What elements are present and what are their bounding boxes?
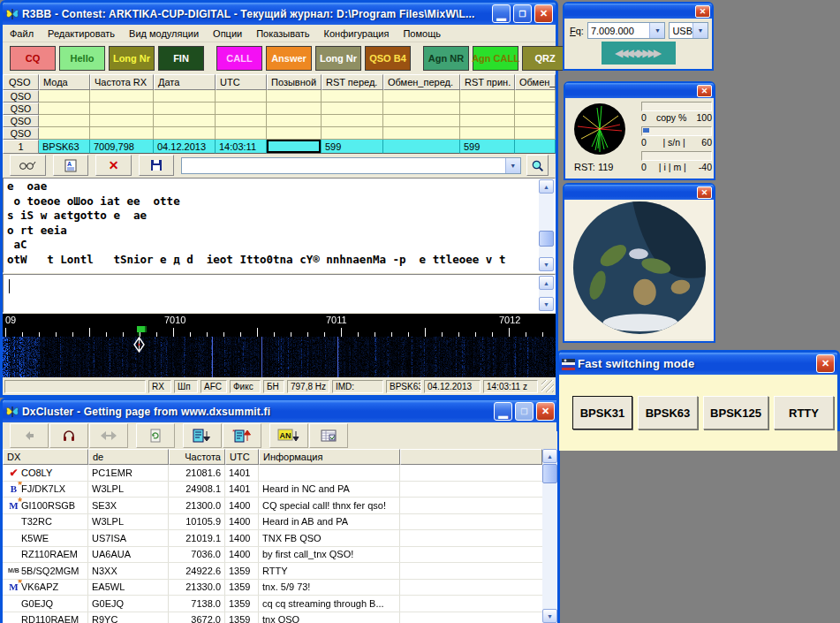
dx-header-de[interactable]: de <box>88 449 169 465</box>
dx-header-DX[interactable]: DX <box>3 449 88 465</box>
log-cell[interactable] <box>216 90 267 103</box>
log-page-button[interactable]: A <box>53 155 89 176</box>
close-button[interactable]: ✕ <box>816 354 835 373</box>
scroll-up-icon[interactable]: ▲ <box>539 276 554 290</box>
log-cell[interactable]: 599 <box>322 140 383 154</box>
log-header-Частота RX[interactable]: Частота RX <box>90 74 154 90</box>
close-button[interactable]: ✕ <box>536 402 555 421</box>
log-cell[interactable] <box>460 103 515 115</box>
close-button[interactable]: ✕ <box>697 186 712 199</box>
macro-button-QRZ[interactable]: QRZ <box>522 46 568 71</box>
dx-spot-row[interactable]: ✔CO8LYPC1EMR21081.61401 <box>3 465 542 482</box>
log-row-header[interactable]: QSO <box>3 103 39 115</box>
stats-titlebar[interactable]: ✕ <box>565 83 714 98</box>
log-row-header[interactable]: QSO <box>3 115 39 127</box>
spot-options-icon[interactable] <box>309 423 348 448</box>
log-cell[interactable] <box>216 103 267 115</box>
delete-qso-button[interactable]: ✕ <box>95 155 132 176</box>
mode-button-BPSK31[interactable]: BPSK31 <box>572 396 632 429</box>
maximize-button[interactable]: ❐ <box>513 4 532 23</box>
waterfall-display[interactable] <box>3 337 556 377</box>
log-header-Обмен_[interactable]: Обмен_ <box>515 74 556 90</box>
macro-button-Long Nr[interactable]: Long Nr <box>315 46 361 71</box>
log-header-Обмен_перед.[interactable]: Обмен_перед. <box>383 74 460 90</box>
log-cell[interactable] <box>267 127 322 140</box>
macro-button-CQ[interactable]: CQ <box>10 46 56 71</box>
get-page-icon[interactable] <box>183 423 222 448</box>
log-cell[interactable] <box>267 115 322 127</box>
sideband-combo[interactable]: USB▼ <box>669 22 708 39</box>
log-cell[interactable] <box>383 90 460 103</box>
log-cell[interactable] <box>39 103 90 115</box>
tune-right-icon[interactable]: ▶ <box>654 42 662 65</box>
log-cell[interactable] <box>383 127 460 140</box>
close-button[interactable]: ✕ <box>697 85 712 97</box>
macro-button-CALL[interactable]: CALL <box>216 46 262 71</box>
menu-item-Вид модуляции[interactable]: Вид модуляции <box>122 27 206 41</box>
macro-button-Agn CALL[interactable]: Agn CALL <box>473 46 518 71</box>
tx-pane[interactable]: ▲ ▼ <box>3 274 556 313</box>
log-cell[interactable] <box>322 90 383 103</box>
log-header-UTC[interactable]: UTC <box>216 74 267 90</box>
log-cell[interactable] <box>383 103 460 115</box>
scroll-up-icon[interactable]: ▲ <box>539 179 554 194</box>
announce-filter-icon[interactable]: AN <box>269 423 308 448</box>
send-page-icon[interactable]: * <box>223 423 261 448</box>
dx-spot-row[interactable]: M/B5B/SQ2MGMN3XX24922.61359RTTY <box>3 563 542 580</box>
log-cell[interactable] <box>39 90 90 103</box>
dx-spot-row[interactable]: RZ110RAEMUA6AUA7036.01400by first call_t… <box>3 547 542 564</box>
log-cell[interactable] <box>383 115 460 127</box>
log-header-QSO[interactable]: QSO <box>3 74 39 90</box>
mode-button-BPSK125[interactable]: BPSK125 <box>703 396 768 429</box>
menu-item-Опции[interactable]: Опции <box>206 27 249 41</box>
log-cell[interactable] <box>90 103 154 115</box>
dx-spot-row[interactable]: K5WEUS7ISA21019.11400TNX FB QSO <box>3 530 542 547</box>
dx-header-spare[interactable] <box>400 449 542 465</box>
log-header-RST перед.[interactable]: RST перед. <box>322 74 383 90</box>
dx-spot-row[interactable]: M*VK6APZEA5WL21330.01359tnx. 5/9 73! <box>3 580 542 596</box>
menu-item-Показывать[interactable]: Показывать <box>249 27 316 41</box>
log-cell[interactable] <box>154 90 216 103</box>
macro-button-QSO B4[interactable]: QSO B4 <box>365 46 411 71</box>
frequency-combo[interactable]: 7.009.000▼ <box>587 22 665 39</box>
macro-button-Agn NR[interactable]: Agn NR <box>423 46 469 71</box>
log-row-header[interactable]: QSO <box>3 127 39 140</box>
macro-button-FIN[interactable]: FIN <box>158 46 204 71</box>
fast-titlebar[interactable]: Fast switching mode ✕ <box>559 353 837 375</box>
dx-spot-row[interactable]: G0EJQG0EJQ7138.01359cq cq streaming thro… <box>3 596 542 612</box>
callsign-search-combo[interactable]: ▼ <box>181 157 520 174</box>
log-cell[interactable] <box>267 103 322 115</box>
log-cell[interactable] <box>216 127 267 140</box>
close-button[interactable]: ✕ <box>534 4 553 23</box>
log-cell[interactable] <box>154 103 216 115</box>
log-cell[interactable] <box>267 140 322 154</box>
log-cell[interactable] <box>383 140 460 154</box>
log-cell[interactable] <box>460 90 515 103</box>
macro-button-Answer[interactable]: Answer <box>266 46 312 71</box>
log-cell[interactable] <box>515 103 556 115</box>
rx-scrollbar[interactable]: ▲ ▼ <box>539 179 554 271</box>
log-cell[interactable]: 599 <box>460 140 515 154</box>
log-cell[interactable] <box>90 90 154 103</box>
log-row-header[interactable]: QSO <box>3 90 39 103</box>
dx-scroll-thumb[interactable] <box>542 464 557 483</box>
dx-header-UTC[interactable]: UTC <box>225 449 259 465</box>
dx-spot-row[interactable]: M*GI100RSGBSE3X21300.01400CQ special cal… <box>3 498 542 514</box>
dx-spot-row[interactable]: B*FJ/DK7LXW3LPL24908.11401Heard in NC an… <box>3 482 542 498</box>
log-cell[interactable] <box>90 115 154 127</box>
mode-button-RTTY[interactable]: RTTY <box>774 396 834 429</box>
dx-titlebar[interactable]: DxCluster - Getting page from www.dxsumm… <box>3 400 557 422</box>
macro-button-Long Nr[interactable]: Long Nr <box>109 46 155 71</box>
dx-spot-row[interactable]: T32RCW3LPL10105.91400Heard in AB and PA <box>3 514 542 531</box>
resize-grip-icon[interactable] <box>541 380 554 392</box>
chevron-down-icon[interactable]: ▼ <box>692 23 708 38</box>
log-cell[interactable] <box>322 115 383 127</box>
search-log-button[interactable] <box>10 155 46 176</box>
log-cell[interactable] <box>90 127 154 140</box>
minimize-button[interactable]: ▬ <box>492 4 511 23</box>
log-cell[interactable] <box>515 115 556 127</box>
tune-flag-marker[interactable] <box>137 326 147 336</box>
log-cell[interactable] <box>267 90 322 103</box>
scroll-down-icon[interactable]: ▼ <box>539 257 554 271</box>
log-header-Мода[interactable]: Мода <box>39 74 90 90</box>
